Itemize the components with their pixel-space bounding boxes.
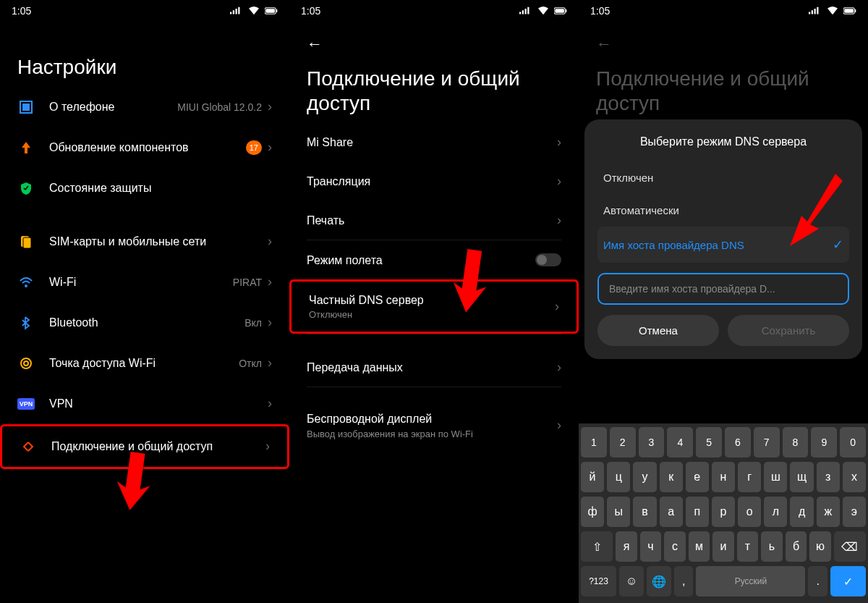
connection-list: Mi Share › Трансляция › Печать › Режим п… bbox=[289, 122, 579, 450]
key-9[interactable]: 9 bbox=[811, 427, 837, 457]
key-ю[interactable]: ю bbox=[809, 531, 831, 562]
key-щ[interactable]: щ bbox=[790, 462, 813, 492]
annotation-arrow bbox=[109, 449, 159, 514]
key-2[interactable]: 2 bbox=[610, 427, 636, 457]
key-л[interactable]: л bbox=[764, 497, 787, 527]
period-key[interactable]: . bbox=[808, 566, 827, 596]
key-а[interactable]: а bbox=[660, 497, 683, 527]
key-7[interactable]: 7 bbox=[754, 427, 780, 457]
key-п[interactable]: п bbox=[686, 497, 709, 527]
item-wireless-display[interactable]: Беспроводной дисплей Вывод изображения н… bbox=[289, 400, 579, 450]
key-х[interactable]: х bbox=[843, 462, 866, 492]
key-6[interactable]: 6 bbox=[725, 427, 751, 457]
svg-rect-14 bbox=[519, 12, 521, 14]
phone-settings: 1:05 Настройки О телефоне MIUI Global 12… bbox=[0, 0, 289, 603]
item-sublabel: Вывод изображения на экран по Wi-Fi bbox=[307, 429, 557, 439]
item-data-usage[interactable]: Передача данных › bbox=[289, 347, 579, 387]
comma-key[interactable]: , bbox=[674, 566, 693, 596]
enter-key[interactable]: ✓ bbox=[830, 566, 866, 596]
item-airplane-mode[interactable]: Режим полета bbox=[289, 240, 579, 279]
key-р[interactable]: р bbox=[712, 497, 735, 527]
save-button[interactable]: Сохранить bbox=[728, 315, 849, 346]
item-print[interactable]: Печать › bbox=[289, 201, 579, 240]
symbols-key[interactable]: ?123 bbox=[581, 566, 616, 596]
chevron-icon: › bbox=[557, 418, 561, 433]
header: Настройки bbox=[0, 22, 289, 87]
chevron-icon: › bbox=[557, 135, 561, 150]
key-ц[interactable]: ц bbox=[607, 462, 630, 492]
key-4[interactable]: 4 bbox=[667, 427, 693, 457]
item-bluetooth[interactable]: Bluetooth Вкл › bbox=[0, 303, 289, 343]
key-ч[interactable]: ч bbox=[640, 531, 662, 562]
key-е[interactable]: е bbox=[686, 462, 709, 492]
item-value: MIUI Global 12.0.2 bbox=[177, 101, 262, 113]
key-г[interactable]: г bbox=[738, 462, 761, 492]
item-sim[interactable]: SIM-карты и мобильные сети › bbox=[0, 222, 289, 262]
key-8[interactable]: 8 bbox=[783, 427, 809, 457]
key-м[interactable]: м bbox=[689, 531, 710, 562]
item-label: Обновление компонентов bbox=[49, 140, 246, 154]
key-в[interactable]: в bbox=[633, 497, 656, 527]
key-3[interactable]: 3 bbox=[639, 427, 665, 457]
key-ь[interactable]: ь bbox=[761, 531, 783, 562]
item-mishare[interactable]: Mi Share › bbox=[289, 122, 579, 161]
key-о[interactable]: о bbox=[738, 497, 761, 527]
wifi-icon bbox=[537, 6, 550, 16]
shift-key[interactable]: ⇧ bbox=[581, 531, 613, 562]
emoji-key[interactable]: ☺ bbox=[619, 566, 644, 596]
backspace-key[interactable]: ⌫ bbox=[834, 531, 866, 562]
key-у[interactable]: у bbox=[633, 462, 656, 492]
key-ш[interactable]: ш bbox=[764, 462, 787, 492]
key-э[interactable]: э bbox=[843, 497, 866, 527]
key-к[interactable]: к bbox=[660, 462, 683, 492]
status-bar: 1:05 bbox=[0, 0, 289, 22]
annotation-arrow bbox=[781, 174, 854, 261]
svg-rect-8 bbox=[22, 104, 30, 111]
svg-rect-2 bbox=[236, 9, 237, 14]
item-vpn[interactable]: VPN VPN › bbox=[0, 384, 289, 424]
key-0[interactable]: 0 bbox=[840, 427, 866, 457]
svg-rect-22 bbox=[812, 10, 813, 14]
item-label: VPN bbox=[49, 397, 268, 410]
dialog-title: Выберите режим DNS сервера bbox=[597, 135, 849, 148]
item-about-phone[interactable]: О телефоне MIUI Global 12.0.2 › bbox=[0, 87, 289, 127]
key-5[interactable]: 5 bbox=[696, 427, 722, 457]
key-й[interactable]: й bbox=[581, 462, 604, 492]
item-wifi[interactable]: Wi-Fi PIRAT › bbox=[0, 262, 289, 303]
back-button[interactable]: ← bbox=[307, 35, 323, 54]
item-label: Состояние защиты bbox=[49, 181, 272, 195]
key-з[interactable]: з bbox=[817, 462, 840, 492]
cancel-button[interactable]: Отмена bbox=[597, 315, 719, 346]
kb-row-bottom: ?123 ☺ 🌐 , Русский . ✓ bbox=[581, 566, 866, 596]
item-label: SIM-карты и мобильные сети bbox=[49, 235, 268, 248]
item-private-dns[interactable]: Частный DNS сервер Отключен › bbox=[292, 282, 576, 332]
key-1[interactable]: 1 bbox=[581, 427, 607, 457]
svg-rect-3 bbox=[238, 7, 239, 14]
item-cast[interactable]: Трансляция › bbox=[289, 161, 579, 201]
key-я[interactable]: я bbox=[616, 531, 637, 562]
kb-num-row: 1234567890 bbox=[581, 427, 866, 457]
key-и[interactable]: и bbox=[712, 531, 734, 562]
key-ф[interactable]: ф bbox=[581, 497, 604, 527]
key-с[interactable]: с bbox=[664, 531, 686, 562]
item-sublabel: Отключен bbox=[309, 309, 555, 320]
key-ж[interactable]: ж bbox=[817, 497, 840, 527]
key-н[interactable]: н bbox=[712, 462, 735, 492]
phone-icon bbox=[17, 98, 35, 116]
key-ы[interactable]: ы bbox=[607, 497, 630, 527]
highlight-box: Частный DNS сервер Отключен › bbox=[289, 279, 579, 334]
status-bar: 1:05 bbox=[289, 0, 579, 22]
chevron-icon: › bbox=[268, 315, 272, 330]
key-б[interactable]: б bbox=[786, 531, 807, 562]
item-security[interactable]: Состояние защиты bbox=[0, 168, 289, 208]
globe-key[interactable]: 🌐 bbox=[647, 566, 671, 596]
airplane-toggle[interactable] bbox=[535, 253, 561, 266]
item-hotspot[interactable]: Точка доступа Wi-Fi Откл › bbox=[0, 343, 289, 384]
space-key[interactable]: Русский bbox=[696, 566, 805, 596]
item-label: Передача данных bbox=[307, 360, 557, 374]
dns-hostname-input[interactable]: Введите имя хоста провайдера D... bbox=[597, 273, 849, 305]
key-д[interactable]: д bbox=[790, 497, 813, 527]
keyboard[interactable]: 1234567890 йцукенгшщзх фывапролджэ ⇧ ячс… bbox=[579, 423, 868, 603]
key-т[interactable]: т bbox=[737, 531, 759, 562]
item-updates[interactable]: Обновление компонентов 17 › bbox=[0, 127, 289, 168]
